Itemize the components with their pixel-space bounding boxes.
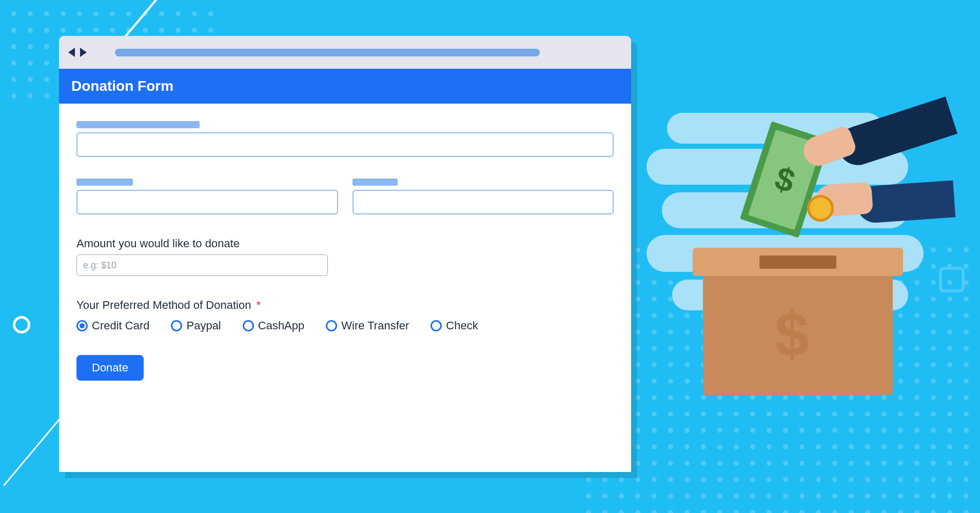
radio-check[interactable]: Check — [430, 319, 478, 332]
donation-illustration: $ $ — [646, 108, 944, 416]
coin-icon — [807, 195, 834, 222]
url-bar[interactable] — [115, 49, 540, 56]
radio-paypal[interactable]: Paypal — [171, 319, 221, 332]
radio-icon — [243, 320, 254, 331]
radio-label: Check — [446, 319, 478, 332]
back-arrow-icon[interactable] — [68, 48, 75, 57]
radio-wire-transfer[interactable]: Wire Transfer — [326, 319, 409, 332]
nav-arrows — [68, 48, 87, 57]
radio-cashapp[interactable]: CashApp — [243, 319, 305, 332]
radio-label: Credit Card — [92, 319, 149, 332]
field-label-placeholder — [352, 179, 398, 186]
donation-box-slot — [759, 255, 836, 269]
forward-arrow-icon[interactable] — [80, 48, 87, 57]
text-input-2[interactable] — [76, 190, 338, 214]
browser-titlebar — [59, 36, 631, 69]
radio-icon — [430, 320, 442, 331]
payment-method-radio-group: Credit Card Paypal CashApp Wire Transfer… — [76, 319, 614, 332]
bg-ring-icon — [13, 316, 30, 333]
form-title: Donation Form — [59, 69, 631, 104]
radio-icon — [171, 320, 182, 331]
text-input-1[interactable] — [76, 132, 614, 157]
required-asterisk: * — [257, 299, 261, 311]
field-label-placeholder — [76, 179, 133, 186]
radio-label: Wire Transfer — [341, 319, 409, 332]
browser-window: Donation Form Amount you would like to d… — [59, 36, 631, 472]
form-body: Amount you would like to donate Your Pre… — [59, 104, 631, 395]
text-input-3[interactable] — [352, 190, 614, 214]
radio-icon — [76, 320, 88, 331]
radio-label: CashApp — [258, 319, 305, 332]
radio-label: Paypal — [186, 319, 221, 332]
amount-label: Amount you would like to donate — [76, 237, 614, 250]
method-label-text: Your Preferred Method of Donation — [76, 299, 251, 311]
radio-credit-card[interactable]: Credit Card — [76, 319, 149, 332]
donate-button[interactable]: Donate — [76, 355, 144, 381]
amount-input[interactable] — [76, 254, 328, 276]
dollar-icon: $ — [775, 299, 809, 369]
method-label: Your Preferred Method of Donation * — [76, 299, 614, 312]
radio-icon — [326, 320, 337, 331]
field-label-placeholder — [76, 121, 200, 128]
